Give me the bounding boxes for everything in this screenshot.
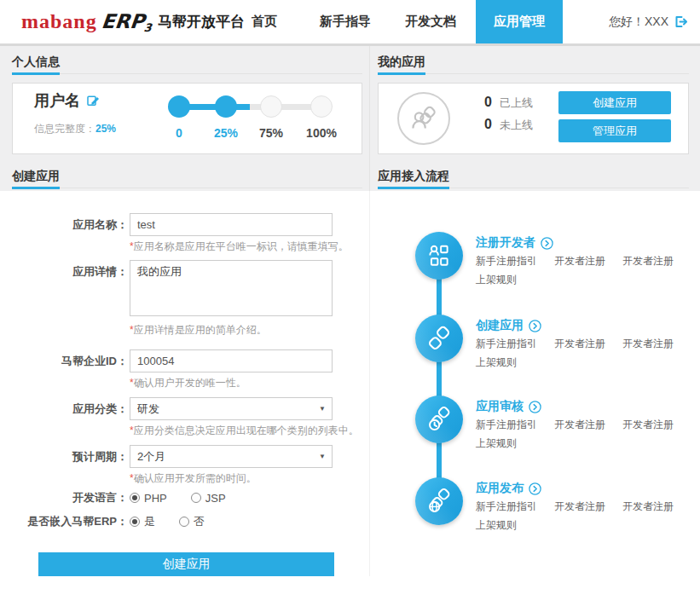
flow-link[interactable]: 新手注册指引 <box>476 418 537 432</box>
embed-label: 是否嵌入马帮ERP： <box>17 515 130 528</box>
radio-embed-yes[interactable]: 是 <box>130 514 155 529</box>
flow-link[interactable]: 开发者注册 <box>622 499 674 514</box>
section-title: 个人信息 <box>12 53 60 73</box>
section-personal-info: 个人信息 <box>12 53 362 74</box>
flow-step-title[interactable]: 应用发布 <box>476 481 693 496</box>
company-id-label: 马帮企业ID： <box>17 349 130 390</box>
progress-label: 100% <box>306 126 337 140</box>
flow-link-rules[interactable]: 上架规则 <box>476 436 693 451</box>
form-row-embed: 是否嵌入马帮ERP： 是 否 <box>17 515 334 528</box>
flow-step-review: 应用审核 新手注册指引 开发者注册 开发者注册 上架规则 <box>476 399 693 451</box>
form-row-language: 开发语言： PHP JSP <box>17 491 334 505</box>
progress-label: 25% <box>214 126 238 140</box>
logout-icon[interactable] <box>674 14 688 29</box>
completeness-value: 25% <box>95 123 116 135</box>
offline-label: 未上线 <box>500 118 533 133</box>
flow-link[interactable]: 新手注册指引 <box>476 499 537 514</box>
section-my-apps: 我的应用 <box>378 53 689 74</box>
form-row-category: 应用分类： 研发▼ *应用分类信息决定应用出现在哪个类别的列表中。 <box>17 397 334 437</box>
progress-label: 75% <box>259 126 283 140</box>
flow-step-links: 新手注册指引 开发者注册 开发者注册 <box>476 254 693 269</box>
flow-step-publish: 应用发布 新手注册指引 开发者注册 开发者注册 上架规则 <box>476 481 693 533</box>
flow-link-rules[interactable]: 上架规则 <box>476 273 693 287</box>
flow-link[interactable]: 新手注册指引 <box>476 337 537 351</box>
radio-dot <box>130 493 140 503</box>
flow-step-links: 新手注册指引 开发者注册 开发者注册 <box>476 337 693 351</box>
form-row-company-id: 马帮企业ID： *确认用户开发的唯一性。 <box>17 349 334 390</box>
flow-link[interactable]: 开发者注册 <box>554 418 605 432</box>
app-name-hint: *应用名称是应用在平台唯一标识，请慎重填写。 <box>130 240 333 253</box>
flow-link[interactable]: 开发者注册 <box>554 254 605 269</box>
progress-dot-0 <box>168 95 190 118</box>
user-greeting: 您好！XXX <box>609 0 688 43</box>
period-select[interactable]: 2个月▼ <box>130 445 333 468</box>
flow-step-title[interactable]: 应用审核 <box>476 399 693 414</box>
radio-jsp[interactable]: JSP <box>191 492 226 505</box>
period-label: 预计周期： <box>17 445 130 485</box>
app-name-label: 应用名称： <box>17 213 130 253</box>
manage-app-button[interactable]: 管理应用 <box>558 119 671 142</box>
create-app-form: 应用名称： *应用名称是应用在平台唯一标识，请慎重填写。 应用详情： 我的应用 … <box>17 213 334 528</box>
username-row: 用户名 <box>34 90 100 111</box>
category-select[interactable]: 研发▼ <box>130 397 333 420</box>
flow-step-title[interactable]: 创建应用 <box>476 318 693 333</box>
flow-link[interactable]: 新手注册指引 <box>476 254 537 269</box>
progress-dot-25 <box>215 95 237 118</box>
completeness: 信息完整度：25% <box>34 122 116 136</box>
nav-item-dev-docs[interactable]: 开发文档 <box>392 0 469 43</box>
flow-link-rules[interactable]: 上架规则 <box>476 518 693 533</box>
create-app-button[interactable]: 创建应用 <box>558 91 671 114</box>
app-name-input[interactable] <box>130 213 333 236</box>
page: mabang ERP3 马帮开放平台 首页 新手指导 开发文档 应用管理 您好！… <box>0 0 700 589</box>
form-row-app-name: 应用名称： *应用名称是应用在平台唯一标识，请慎重填写。 <box>17 213 334 253</box>
radio-embed-no[interactable]: 否 <box>179 514 205 529</box>
logo-erp: ERP3 <box>100 10 153 34</box>
section-flow: 应用接入流程 <box>378 167 689 188</box>
radio-dot <box>179 517 189 527</box>
flow-link[interactable]: 开发者注册 <box>622 337 674 351</box>
offline-count: 0 <box>484 117 492 132</box>
column-divider <box>369 46 370 191</box>
chevron-right-circle-icon <box>541 237 553 250</box>
flow-link[interactable]: 开发者注册 <box>554 337 605 351</box>
app-publish-icon <box>415 477 463 525</box>
flow-link[interactable]: 开发者注册 <box>622 254 674 269</box>
progress-stepper: 0 25% 75% 100% <box>156 94 344 143</box>
flow-step-links: 新手注册指引 开发者注册 开发者注册 <box>476 499 693 514</box>
submit-create-app-button[interactable]: 创建应用 <box>38 552 334 576</box>
language-label: 开发语言： <box>17 491 130 505</box>
offline-count-row: 0未上线 <box>484 117 533 133</box>
flow-step-create: 创建应用 新手注册指引 开发者注册 开发者注册 上架规则 <box>476 318 693 370</box>
form-row-app-detail: 应用详情： 我的应用 *应用详情是应用的简单介绍。 <box>17 260 334 337</box>
progress-dot-75 <box>260 95 282 118</box>
nav-item-app-management[interactable]: 应用管理 <box>476 0 563 43</box>
section-title: 我的应用 <box>378 53 425 73</box>
logo[interactable]: mabang ERP3 马帮开放平台 <box>21 0 245 43</box>
section-create-app: 创建应用 <box>12 167 362 188</box>
main-nav: 首页 新手指导 开发文档 应用管理 <box>230 0 563 43</box>
register-developer-icon <box>415 232 463 280</box>
section-title: 应用接入流程 <box>378 167 449 188</box>
column-divider-lower <box>369 191 370 576</box>
category-label: 应用分类： <box>17 397 130 437</box>
app-detail-hint: *应用详情是应用的简单介绍。 <box>130 324 333 337</box>
nav-item-home[interactable]: 首页 <box>230 0 298 43</box>
section-title: 创建应用 <box>12 167 60 188</box>
radio-php[interactable]: PHP <box>130 492 167 505</box>
company-id-hint: *确认用户开发的唯一性。 <box>130 377 333 390</box>
progress-dot-100 <box>310 95 333 118</box>
dropdown-arrow-icon: ▼ <box>319 398 326 419</box>
create-app-step-icon <box>415 315 463 362</box>
flow-step-title[interactable]: 注册开发者 <box>476 235 693 251</box>
nav-item-beginner-guide[interactable]: 新手指导 <box>298 0 392 43</box>
company-id-input[interactable] <box>130 349 333 372</box>
app-detail-label: 应用详情： <box>17 260 130 337</box>
flow-link-rules[interactable]: 上架规则 <box>476 355 693 370</box>
progress-label: 0 <box>176 126 182 140</box>
flow-link[interactable]: 开发者注册 <box>622 418 674 432</box>
flow-link[interactable]: 开发者注册 <box>554 499 605 514</box>
edit-icon[interactable] <box>86 94 100 107</box>
logo-wordmark: mabang <box>21 10 97 33</box>
form-row-period: 预计周期： 2个月▼ *确认应用开发所需的时间。 <box>17 445 334 485</box>
app-detail-textarea[interactable]: 我的应用 <box>130 260 333 316</box>
